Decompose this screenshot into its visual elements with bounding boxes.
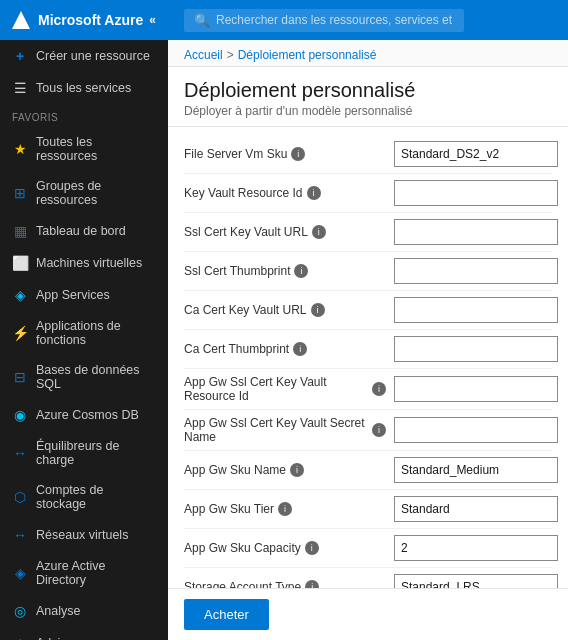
sidebar-item-advisor[interactable]: ◇ Advisor [0, 627, 168, 640]
form-area: File Server Vm SkuiKey Vault Resource Id… [168, 127, 568, 588]
item-label: Tableau de bord [36, 224, 126, 238]
form-label-storage-account-type: Storage Account Typei [184, 580, 394, 588]
search-box[interactable]: 🔍 [184, 9, 464, 32]
sidebar-item-cosmos[interactable]: ◉ Azure Cosmos DB [0, 399, 168, 431]
sidebar-item-sql[interactable]: ⊟ Bases de données SQL [0, 355, 168, 399]
label-text: Ca Cert Key Vault URL [184, 303, 307, 317]
dashboard-icon: ▦ [12, 223, 28, 239]
page-header: Déploiement personnalisé Déployer à part… [168, 67, 568, 127]
sidebar-item-functions[interactable]: ⚡ Applications de fonctions [0, 311, 168, 355]
form-label-file-server-vm-sku: File Server Vm Skui [184, 147, 394, 161]
input-app-gw-sku-capacity[interactable] [394, 535, 558, 561]
sidebar-item-lb[interactable]: ↔ Équilibreurs de charge [0, 431, 168, 475]
item-label: Azure Cosmos DB [36, 408, 139, 422]
item-label: Advisor [36, 636, 78, 640]
vnet-icon: ↔ [12, 527, 28, 543]
star-icon: ★ [12, 141, 28, 157]
sidebar-item-ad[interactable]: ◈ Azure Active Directory [0, 551, 168, 595]
form-row: Ca Cert Key Vault URLi [184, 291, 552, 330]
resource-group-icon: ⊞ [12, 185, 28, 201]
label-text: Storage Account Type [184, 580, 301, 588]
input-storage-account-type[interactable] [394, 574, 558, 588]
form-label-ssl-cert-key-vault-url: Ssl Cert Key Vault URLi [184, 225, 394, 239]
form-row: App Gw Ssl Cert Key Vault Secret Namei [184, 410, 552, 451]
item-label: Équilibreurs de charge [36, 439, 156, 467]
info-icon[interactable]: i [305, 541, 319, 555]
sidebar-item-dashboard[interactable]: ▦ Tableau de bord [0, 215, 168, 247]
item-label: Comptes de stockage [36, 483, 156, 511]
label-text: Ssl Cert Thumbprint [184, 264, 290, 278]
form-row: Storage Account Typei [184, 568, 552, 588]
search-icon: 🔍 [194, 13, 210, 28]
item-label: Azure Active Directory [36, 559, 156, 587]
app-services-icon: ◈ [12, 287, 28, 303]
sidebar-item-vnet[interactable]: ↔ Réseaux virtuels [0, 519, 168, 551]
sidebar-item-analyse[interactable]: ◎ Analyse [0, 595, 168, 627]
search-input[interactable] [216, 13, 454, 27]
form-label-ssl-cert-thumbprint: Ssl Cert Thumbprinti [184, 264, 394, 278]
info-icon[interactable]: i [372, 382, 386, 396]
sidebar: Microsoft Azure « + Créer une ressource … [0, 0, 168, 640]
input-app-gw-sku-name[interactable] [394, 457, 558, 483]
info-icon[interactable]: i [372, 423, 386, 437]
item-label: Bases de données SQL [36, 363, 156, 391]
sidebar-item-storage[interactable]: ⬡ Comptes de stockage [0, 475, 168, 519]
page-title: Déploiement personnalisé [184, 79, 552, 102]
info-icon[interactable]: i [312, 225, 326, 239]
sidebar-item-create[interactable]: + Créer une ressource [0, 40, 168, 72]
analyse-icon: ◎ [12, 603, 28, 619]
info-icon[interactable]: i [293, 342, 307, 356]
collapse-button[interactable]: « [149, 13, 156, 27]
favorites-section-label: FAVORIS [0, 104, 168, 127]
item-label: Groupes de ressources [36, 179, 156, 207]
bottom-bar: Acheter [168, 588, 568, 640]
topbar: 🔍 [168, 0, 568, 40]
input-ca-cert-thumbprint[interactable] [394, 336, 558, 362]
info-icon[interactable]: i [307, 186, 321, 200]
info-icon[interactable]: i [311, 303, 325, 317]
info-icon[interactable]: i [291, 147, 305, 161]
sidebar-item-app-services[interactable]: ◈ App Services [0, 279, 168, 311]
form-row: App Gw Sku Tieri [184, 490, 552, 529]
info-icon[interactable]: i [278, 502, 292, 516]
breadcrumb: Accueil > Déploiement personnalisé [168, 40, 568, 67]
label-text: App Gw Sku Tier [184, 502, 274, 516]
form-row: App Gw Sku Namei [184, 451, 552, 490]
input-ca-cert-key-vault-url[interactable] [394, 297, 558, 323]
sidebar-item-all-resources[interactable]: ★ Toutes les ressources [0, 127, 168, 171]
label-text: App Gw Sku Capacity [184, 541, 301, 555]
form-row: Ca Cert Thumbprinti [184, 330, 552, 369]
input-key-vault-resource-id[interactable] [394, 180, 558, 206]
storage-icon: ⬡ [12, 489, 28, 505]
input-ssl-cert-thumbprint[interactable] [394, 258, 558, 284]
form-label-ca-cert-key-vault-url: Ca Cert Key Vault URLi [184, 303, 394, 317]
input-app-gw-ssl-cert-kv-resource-id[interactable] [394, 376, 558, 402]
sidebar-item-all-services[interactable]: ☰ Tous les services [0, 72, 168, 104]
create-label: Créer une ressource [36, 49, 150, 63]
input-app-gw-ssl-cert-kv-secret-name[interactable] [394, 417, 558, 443]
app-name: Microsoft Azure [38, 12, 143, 28]
info-icon[interactable]: i [305, 580, 319, 588]
form-row: File Server Vm Skui [184, 135, 552, 174]
sidebar-item-resource-groups[interactable]: ⊞ Groupes de ressources [0, 171, 168, 215]
main-content: 🔍 Accueil > Déploiement personnalisé Dép… [168, 0, 568, 640]
item-label: Analyse [36, 604, 80, 618]
sidebar-item-vms[interactable]: ⬜ Machines virtuelles [0, 247, 168, 279]
services-label: Tous les services [36, 81, 131, 95]
info-icon[interactable]: i [294, 264, 308, 278]
info-icon[interactable]: i [290, 463, 304, 477]
form-label-ca-cert-thumbprint: Ca Cert Thumbprinti [184, 342, 394, 356]
buy-button[interactable]: Acheter [184, 599, 269, 630]
form-row: Ssl Cert Thumbprinti [184, 252, 552, 291]
sidebar-header: Microsoft Azure « [0, 0, 168, 40]
sql-icon: ⊟ [12, 369, 28, 385]
lb-icon: ↔ [12, 445, 28, 461]
breadcrumb-home[interactable]: Accueil [184, 48, 223, 62]
form-label-app-gw-ssl-cert-kv-resource-id: App Gw Ssl Cert Key Vault Resource Idi [184, 375, 394, 403]
input-app-gw-sku-tier[interactable] [394, 496, 558, 522]
input-file-server-vm-sku[interactable] [394, 141, 558, 167]
page-subtitle: Déployer à partir d'un modèle personnali… [184, 104, 552, 118]
form-label-app-gw-sku-capacity: App Gw Sku Capacityi [184, 541, 394, 555]
label-text: File Server Vm Sku [184, 147, 287, 161]
input-ssl-cert-key-vault-url[interactable] [394, 219, 558, 245]
